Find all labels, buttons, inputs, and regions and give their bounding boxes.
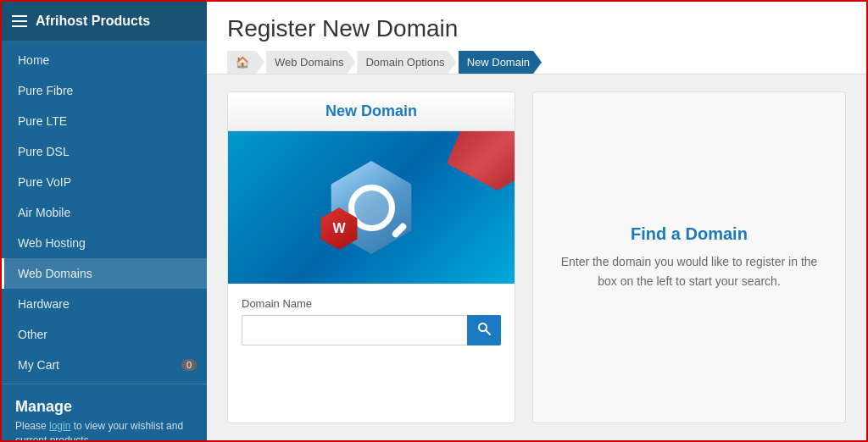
page-header: Register New Domain 🏠 Web Domains Domain… [207, 2, 866, 75]
find-domain-panel: Find a Domain Enter the domain you would… [532, 91, 846, 423]
sidebar-manage: Manage Please login to view your wishlis… [2, 384, 207, 440]
content-area: New Domain W Domai [207, 75, 866, 440]
manage-text: Please login to view your wishlist and c… [15, 419, 193, 440]
sidebar-item-web-hosting[interactable]: Web Hosting [2, 228, 207, 258]
manage-title: Manage [15, 398, 193, 416]
search-icon [477, 322, 491, 335]
sidebar-item-hardware[interactable]: Hardware [2, 289, 207, 319]
login-link[interactable]: login [49, 420, 70, 432]
sidebar-item-pure-voip[interactable]: Pure VoIP [2, 167, 207, 197]
domain-name-input[interactable] [242, 315, 467, 345]
domain-image: W [228, 131, 515, 284]
sidebar-item-pure-fibre[interactable]: Pure Fibre [2, 75, 207, 106]
domain-card: New Domain W Domai [227, 91, 515, 423]
breadcrumb: 🏠 Web Domains Domain Options New Domain [227, 51, 846, 74]
sidebar: Afrihost Products Home Pure Fibre Pure L… [2, 2, 207, 440]
sidebar-item-pure-dsl[interactable]: Pure DSL [2, 136, 207, 167]
breadcrumb-new-domain[interactable]: New Domain [459, 51, 542, 74]
sidebar-header: Afrihost Products [2, 2, 207, 41]
sidebar-nav: Home Pure Fibre Pure LTE Pure DSL Pure V… [2, 41, 207, 384]
domain-card-title: New Domain [326, 102, 417, 119]
home-icon: 🏠 [236, 56, 249, 69]
sidebar-item-pure-lte[interactable]: Pure LTE [2, 106, 207, 136]
find-domain-description: Enter the domain you would like to regis… [554, 252, 825, 290]
sidebar-item-my-cart[interactable]: My Cart 0 [2, 350, 207, 380]
page-title: Register New Domain [227, 15, 846, 42]
app-title: Afrihost Products [36, 14, 150, 29]
domain-input-row [242, 315, 501, 345]
domain-form: Domain Name [228, 284, 515, 359]
sidebar-item-air-mobile[interactable]: Air Mobile [2, 197, 207, 228]
app-container: Afrihost Products Home Pure Fibre Pure L… [2, 2, 866, 440]
menu-icon[interactable] [12, 15, 27, 27]
cart-badge: 0 [181, 359, 197, 371]
svg-line-1 [486, 330, 490, 334]
sidebar-item-home[interactable]: Home [2, 45, 207, 75]
domain-ribbon [447, 131, 515, 191]
w-label: W [332, 221, 345, 236]
find-domain-title: Find a Domain [631, 224, 748, 244]
domain-card-header: New Domain [228, 92, 515, 131]
domain-logo: W [325, 161, 418, 254]
breadcrumb-domain-options[interactable]: Domain Options [357, 51, 456, 74]
domain-search-button[interactable] [467, 315, 501, 345]
sidebar-item-other[interactable]: Other [2, 319, 207, 350]
domain-name-label: Domain Name [242, 297, 501, 310]
sidebar-item-web-domains[interactable]: Web Domains [2, 258, 207, 289]
breadcrumb-web-domains[interactable]: Web Domains [266, 51, 355, 74]
breadcrumb-home[interactable]: 🏠 [227, 51, 264, 74]
main-content: Register New Domain 🏠 Web Domains Domain… [207, 2, 866, 440]
